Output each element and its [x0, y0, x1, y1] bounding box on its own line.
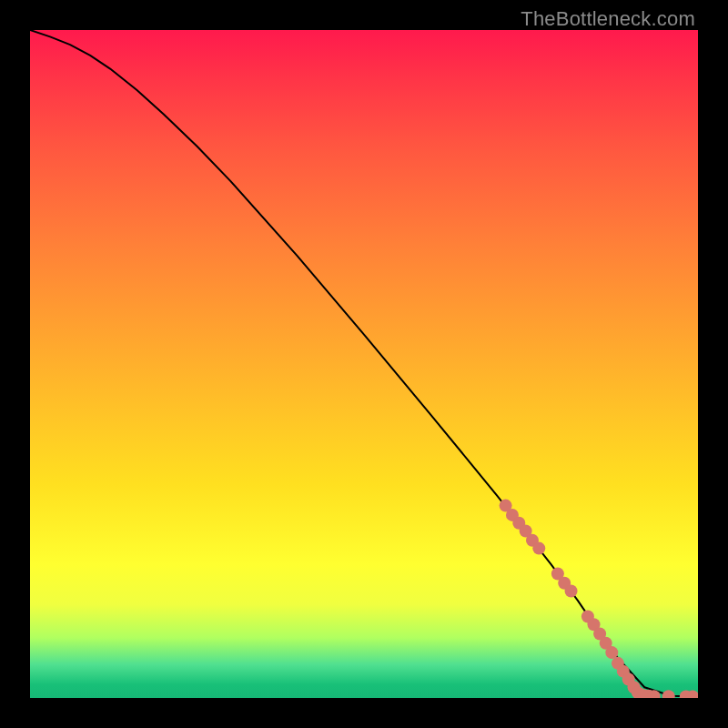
chart-overlay [30, 30, 698, 698]
chart-stage: TheBottleneck.com [0, 0, 728, 728]
data-point [565, 585, 578, 598]
data-point [605, 646, 618, 659]
data-point [532, 542, 545, 555]
plot-area [30, 30, 698, 698]
curve-path [30, 30, 698, 697]
data-point [662, 690, 675, 698]
attribution-text: TheBottleneck.com [521, 7, 695, 31]
